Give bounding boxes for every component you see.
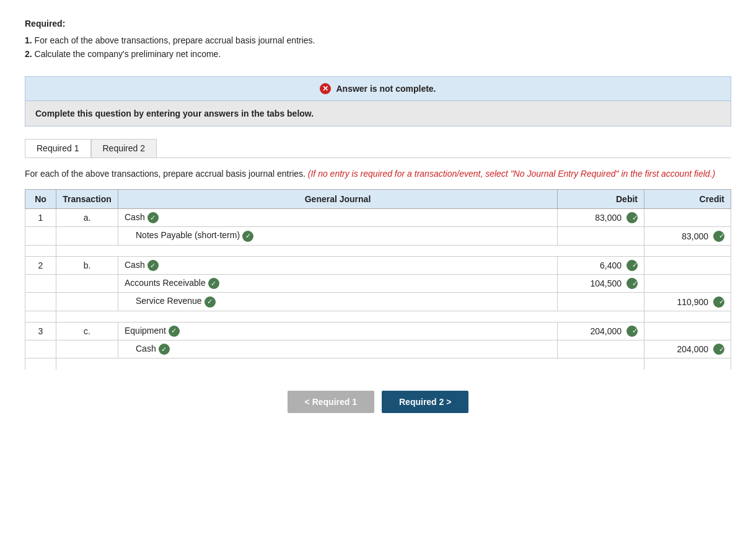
row-credit: 204,000✓ — [644, 340, 731, 358]
row-journal: Cash✓ — [118, 209, 558, 227]
debit-check-icon: ✓ — [626, 260, 638, 271]
row-transaction: c. — [56, 322, 118, 340]
row-debit: 6,400✓ — [558, 256, 644, 274]
instruction-1-text: For each of the above transactions, prep… — [35, 35, 315, 45]
tab-description-sub: (If no entry is required for a transacti… — [308, 169, 715, 179]
check-icon: ✓ — [208, 278, 219, 289]
check-icon: ✓ — [169, 326, 180, 337]
instructions: 1. For each of the above transactions, p… — [25, 33, 731, 61]
answer-banner-text: Answer is not complete. — [336, 84, 436, 94]
instruction-2-text: Calculate the company's preliminary net … — [35, 49, 221, 59]
check-icon: ✓ — [147, 212, 159, 223]
credit-check-icon: ✓ — [713, 344, 724, 355]
tab-content: For each of the above transactions, prep… — [25, 158, 731, 376]
row-journal: Cash✓ — [118, 340, 558, 358]
error-icon: ✕ — [320, 83, 331, 94]
tab-description: For each of the above transactions, prep… — [25, 167, 731, 180]
table-row: 2b.Cash✓6,400✓ — [25, 256, 731, 274]
next-button[interactable]: Required 2 > — [382, 391, 468, 413]
row-debit: 83,000✓ — [558, 209, 644, 227]
instruction-1-num: 1. — [25, 35, 32, 45]
credit-check-icon: ✓ — [713, 231, 724, 242]
row-no: 1 — [25, 209, 56, 227]
row-debit: 204,000✓ — [558, 322, 644, 340]
row-debit — [558, 293, 644, 311]
row-no: 3 — [25, 322, 56, 340]
table-row: Notes Payable (short-term)✓83,000✓ — [25, 227, 731, 245]
tabs-container: Required 1 Required 2 — [25, 139, 731, 158]
debit-check-icon: ✓ — [626, 212, 638, 223]
prev-button[interactable]: < Required 1 — [288, 391, 374, 413]
row-credit: 83,000✓ — [644, 227, 731, 245]
answer-banner: ✕ Answer is not complete. — [25, 76, 731, 101]
complete-prompt: Complete this question by entering your … — [25, 101, 731, 127]
row-credit — [644, 275, 731, 293]
tab-required-1[interactable]: Required 1 — [25, 139, 91, 158]
col-debit: Debit — [558, 190, 644, 209]
table-row: Service Revenue✓110,900✓ — [25, 293, 731, 311]
table-row: 1a.Cash✓83,000✓ — [25, 209, 731, 227]
row-transaction — [56, 275, 118, 293]
col-transaction: Transaction — [56, 190, 118, 209]
row-no — [25, 227, 56, 245]
row-debit — [558, 227, 644, 245]
table-row: 3c.Equipment✓204,000✓ — [25, 322, 731, 340]
row-transaction — [56, 340, 118, 358]
row-journal: Cash✓ — [118, 256, 558, 274]
col-credit: Credit — [644, 190, 731, 209]
row-transaction — [56, 293, 118, 311]
row-debit: 104,500✓ — [558, 275, 644, 293]
credit-check-icon: ✓ — [713, 296, 724, 308]
debit-check-icon: ✓ — [626, 326, 638, 337]
bottom-nav: < Required 1 Required 2 > — [25, 391, 731, 413]
row-journal: Equipment✓ — [118, 322, 558, 340]
row-transaction: b. — [56, 256, 118, 274]
row-credit — [644, 256, 731, 274]
row-no: 2 — [25, 256, 56, 274]
check-icon: ✓ — [204, 296, 216, 308]
tab-required-2[interactable]: Required 2 — [91, 139, 157, 158]
row-credit: 110,900✓ — [644, 293, 731, 311]
check-icon: ✓ — [242, 231, 253, 242]
col-no: No — [25, 190, 56, 209]
check-icon: ✓ — [147, 260, 159, 271]
row-journal: Notes Payable (short-term)✓ — [118, 227, 558, 245]
debit-check-icon: ✓ — [626, 278, 638, 289]
col-general-journal: General Journal — [118, 190, 558, 209]
journal-table: No Transaction General Journal Debit Cre… — [25, 189, 731, 370]
table-row: Cash✓204,000✓ — [25, 340, 731, 358]
row-no — [25, 293, 56, 311]
table-header-row: No Transaction General Journal Debit Cre… — [25, 190, 731, 209]
required-header: Required: — [25, 19, 731, 29]
check-icon: ✓ — [159, 344, 170, 355]
instruction-2-num: 2. — [25, 49, 32, 59]
row-journal: Service Revenue✓ — [118, 293, 558, 311]
row-no — [25, 275, 56, 293]
row-transaction: a. — [56, 209, 118, 227]
row-credit — [644, 209, 731, 227]
table-row: Accounts Receivable✓104,500✓ — [25, 275, 731, 293]
row-transaction — [56, 227, 118, 245]
row-journal: Accounts Receivable✓ — [118, 275, 558, 293]
row-credit — [644, 322, 731, 340]
row-no — [25, 340, 56, 358]
row-debit — [558, 340, 644, 358]
